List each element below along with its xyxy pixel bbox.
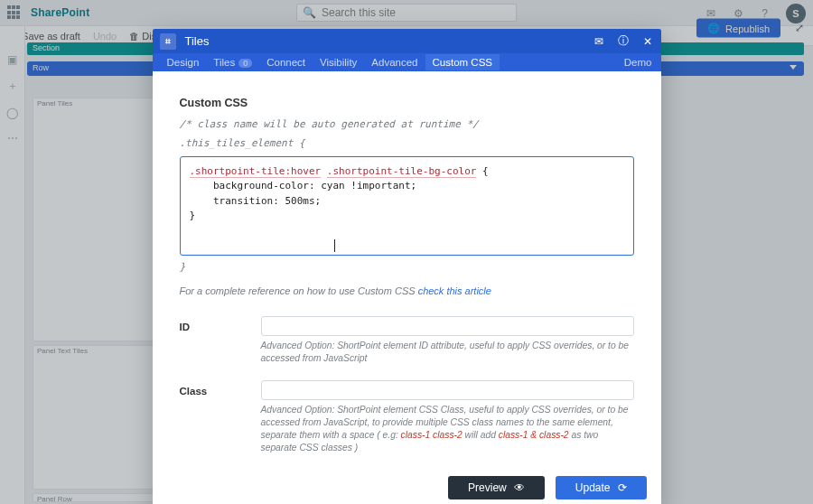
text-cursor (334, 239, 335, 252)
tab-connect[interactable]: Connect (259, 54, 313, 70)
custom-css-editor[interactable]: .shortpoint-tile:hover .shortpoint-tile-… (180, 156, 634, 256)
tab-custom-css[interactable]: Custom CSS (425, 54, 500, 70)
mail-icon[interactable]: ✉ (594, 35, 603, 48)
id-field-label: ID (180, 316, 243, 379)
update-button[interactable]: Update⟳ (556, 476, 647, 499)
modal-overlay: ⌗ Tiles ✉ ⓘ ✕ Design Tiles0 Connect Visi… (0, 0, 813, 504)
css-reference-note: For a complete reference on how to use C… (180, 285, 634, 296)
css-hint-close-brace: } (180, 261, 634, 273)
css-hint-selector-open: .this_tiles_element { (180, 137, 634, 151)
refresh-icon: ⟳ (618, 481, 627, 494)
preview-button[interactable]: Preview👁 (448, 476, 545, 499)
tiles-count-badge: 0 (238, 59, 252, 68)
demo-link[interactable]: Demo (624, 57, 656, 68)
eye-icon: 👁 (514, 481, 525, 494)
class-input[interactable] (261, 380, 634, 400)
class-field-label: Class (180, 380, 243, 465)
tab-tiles[interactable]: Tiles0 (206, 54, 259, 70)
tiles-settings-modal: ⌗ Tiles ✉ ⓘ ✕ Design Tiles0 Connect Visi… (153, 29, 661, 504)
id-field-note: Advanced Option: ShortPoint element ID a… (261, 340, 634, 365)
close-icon[interactable]: ✕ (643, 35, 652, 48)
modal-title: Tiles (185, 34, 585, 48)
help-circle-icon[interactable]: ⓘ (618, 33, 629, 49)
tab-design[interactable]: Design (160, 54, 207, 70)
tab-visibility[interactable]: Visibility (313, 54, 364, 70)
shortpoint-logo-icon: ⌗ (160, 33, 176, 50)
class-field-note: Advanced Option: ShortPoint element CSS … (261, 404, 634, 454)
css-hint-comment: /* class name will be auto generated at … (180, 118, 634, 132)
section-title-custom-css: Custom CSS (180, 97, 634, 109)
tab-advanced[interactable]: Advanced (364, 54, 425, 70)
check-article-link[interactable]: check this article (418, 285, 491, 296)
id-input[interactable] (261, 316, 634, 336)
